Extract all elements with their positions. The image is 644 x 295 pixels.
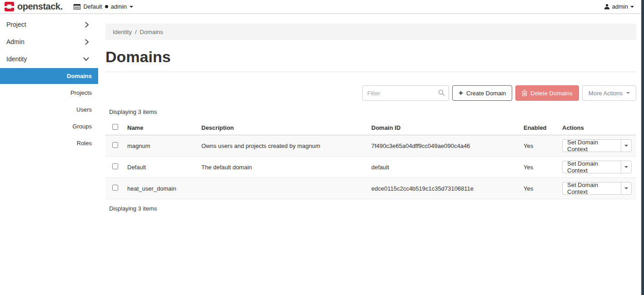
caret-down-icon — [624, 145, 628, 147]
openstack-brand-link[interactable]: openstack. — [5, 1, 62, 12]
select-all-checkbox[interactable] — [112, 124, 118, 130]
user-menu-label: admin — [612, 3, 628, 10]
page-title: Domains — [105, 48, 636, 66]
cell-name: magnum — [127, 143, 201, 149]
breadcrumb-current: Domains — [140, 29, 163, 35]
cell-description: Owns users and projects created by magnu… — [201, 143, 371, 149]
sidebar-item-project[interactable]: Project — [0, 16, 98, 33]
row-actions-caret-button[interactable] — [621, 182, 631, 194]
set-domain-context-button[interactable]: Set Domain Context — [563, 182, 621, 194]
table-row: heat_user_domain edce0115c2cc4b519c1c35d… — [105, 178, 636, 199]
row-actions-caret-button[interactable] — [621, 140, 631, 152]
caret-down-icon — [626, 92, 630, 94]
row-action-split-button: Set Domain Context — [562, 161, 632, 173]
more-actions-button[interactable]: More Actions — [582, 85, 636, 101]
chevron-right-icon — [85, 22, 89, 28]
openstack-logo-icon — [5, 2, 14, 11]
sidebar-item-projects[interactable]: Projects — [0, 84, 98, 101]
breadcrumb: Identity / Domains — [105, 24, 636, 40]
search-icon — [438, 89, 445, 96]
caret-down-icon — [624, 166, 628, 168]
cell-domain-id: 7f490c3e65a04dff9cc049ae090c4a46 — [371, 143, 524, 149]
sidebar: Project Admin Identity Domains Projects … — [0, 15, 98, 152]
person-icon — [604, 4, 610, 10]
sidebar-item-identity[interactable]: Identity — [0, 50, 98, 68]
user-menu[interactable]: admin — [604, 3, 634, 10]
sidebar-item-admin[interactable]: Admin — [0, 33, 98, 50]
more-actions-label: More Actions — [589, 90, 623, 97]
cell-name: Default — [127, 164, 201, 171]
top-navbar: openstack. Default admin admin — [0, 0, 644, 14]
table-header-row: Name Description Domain ID Enabled Actio… — [105, 120, 636, 135]
delete-domains-button[interactable]: Delete Domains — [515, 85, 579, 101]
set-domain-context-button[interactable]: Set Domain Context — [563, 140, 621, 152]
context-switcher[interactable]: Default admin — [74, 3, 133, 10]
set-domain-context-button[interactable]: Set Domain Context — [563, 161, 621, 173]
context-user-label: admin — [111, 3, 127, 10]
cell-enabled: Yes — [524, 185, 562, 192]
chevron-right-icon — [85, 39, 89, 45]
items-count-top: Displaying 3 items — [109, 108, 636, 115]
domains-table: Name Description Domain ID Enabled Actio… — [105, 120, 636, 199]
create-domain-label: Create Domain — [466, 90, 506, 97]
row-actions-caret-button[interactable] — [621, 161, 631, 173]
column-header-description: Description — [201, 124, 371, 131]
delete-domains-label: Delete Domains — [530, 90, 573, 97]
table-row: magnum Owns users and projects created b… — [105, 135, 636, 157]
context-separator-dot — [105, 5, 108, 8]
sidebar-item-users[interactable]: Users — [0, 101, 98, 118]
brand-text: openstack. — [17, 1, 62, 12]
column-header-name: Name — [127, 124, 201, 131]
row-checkbox[interactable] — [112, 142, 118, 148]
plus-icon: + — [459, 89, 463, 97]
row-action-split-button: Set Domain Context — [562, 139, 632, 152]
cell-enabled: Yes — [524, 164, 562, 171]
chevron-down-icon — [83, 57, 89, 61]
cell-name: heat_user_domain — [127, 185, 201, 192]
table-toolbar: + Create Domain Delete Domains More Acti… — [105, 85, 636, 101]
create-domain-button[interactable]: + Create Domain — [452, 85, 512, 101]
column-header-domain-id: Domain ID — [371, 124, 524, 131]
sidebar-item-label: Identity — [6, 55, 27, 63]
context-domain-label: Default — [83, 3, 102, 10]
column-header-enabled: Enabled — [524, 124, 562, 131]
items-count-bottom: Displaying 3 items — [109, 205, 636, 212]
trash-icon — [522, 90, 527, 96]
cell-description: The default domain — [201, 164, 371, 171]
caret-down-icon — [624, 187, 628, 189]
vertical-scrollbar[interactable] — [641, 0, 644, 295]
cell-domain-id: edce0115c2cc4b519c1c35d73106811e — [371, 185, 524, 192]
row-checkbox[interactable] — [112, 185, 118, 191]
breadcrumb-separator: / — [135, 29, 137, 35]
sidebar-item-label: Project — [6, 21, 26, 28]
cell-domain-id: default — [371, 164, 524, 171]
row-checkbox[interactable] — [112, 163, 118, 169]
sidebar-item-label: Admin — [6, 38, 25, 45]
caret-down-icon — [130, 6, 133, 8]
row-action-split-button: Set Domain Context — [562, 182, 632, 195]
caret-down-icon — [630, 6, 634, 8]
breadcrumb-identity-link[interactable]: Identity — [113, 29, 132, 35]
sidebar-item-domains[interactable]: Domains — [0, 68, 98, 84]
column-header-actions: Actions — [562, 124, 636, 131]
sidebar-item-groups[interactable]: Groups — [0, 118, 98, 135]
filter-input[interactable] — [362, 85, 449, 101]
table-row: Default The default domain default Yes S… — [105, 157, 636, 178]
main-content: Identity / Domains Domains + Create Doma… — [105, 24, 636, 212]
cell-enabled: Yes — [524, 143, 562, 149]
window-icon — [74, 4, 80, 10]
sidebar-item-roles[interactable]: Roles — [0, 135, 98, 152]
